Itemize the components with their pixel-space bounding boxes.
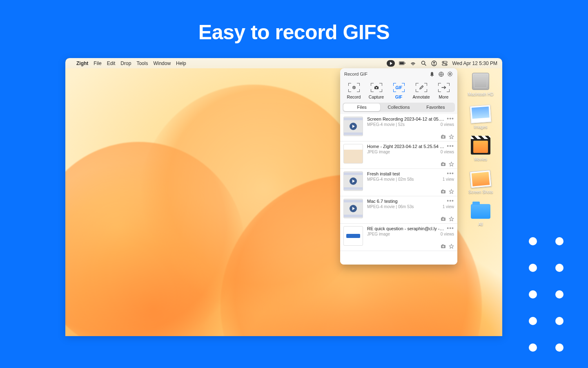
item-views: 1 view <box>443 177 454 182</box>
item-meta: MPEG-4 movie | 06m 53s <box>367 204 414 209</box>
thumbnail <box>343 117 363 136</box>
svg-rect-36 <box>442 217 443 218</box>
tab-favorites[interactable]: Favorites <box>417 103 454 111</box>
more-dots-icon[interactable]: ••• <box>447 199 454 203</box>
control-center-icon[interactable] <box>441 60 448 67</box>
svg-point-14 <box>449 73 451 75</box>
svg-rect-38 <box>442 245 443 245</box>
list-item[interactable]: Home - Zight 2023-04-12 at 5.25.54 PM•••… <box>340 141 457 169</box>
hero-title: Easy to record GIFS <box>0 0 588 44</box>
svg-rect-30 <box>442 135 443 136</box>
zight-menubar-icon[interactable] <box>387 60 395 67</box>
desktop-icon-all[interactable]: All <box>470 202 491 227</box>
item-views: 0 views <box>441 122 454 127</box>
star-icon[interactable] <box>448 134 454 139</box>
thumbnail <box>343 199 363 218</box>
star-icon[interactable] <box>448 216 454 222</box>
battery-icon[interactable] <box>399 60 405 67</box>
user-switch-icon[interactable] <box>431 60 437 67</box>
photo-stack-icon <box>470 105 492 123</box>
tab-files[interactable]: Files <box>343 103 380 111</box>
add-to-collection-icon[interactable] <box>440 134 446 139</box>
clapperboard-icon <box>471 138 490 155</box>
item-meta: MPEG-4 movie | 52s <box>367 122 405 127</box>
star-icon[interactable] <box>448 243 454 249</box>
menu-drop[interactable]: Drop <box>120 61 131 66</box>
screenshot-stack-icon <box>470 170 491 188</box>
item-meta: JPEG image <box>367 232 390 236</box>
add-to-collection-icon[interactable] <box>440 216 446 222</box>
item-name: Screen Recording 2023-04-12 at 05.28.50 … <box>367 117 445 121</box>
desktop-icon-images[interactable]: Images <box>470 105 491 130</box>
more-dots-icon[interactable]: ••• <box>447 144 454 148</box>
svg-marker-0 <box>390 62 392 65</box>
desktop-wallpaper: Macintosh HD Images Movies Screen Shots … <box>65 68 502 336</box>
svg-point-11 <box>445 64 446 65</box>
desktop-icon-screenshots[interactable]: Screen Shots <box>468 170 493 195</box>
item-name: Fresh install test <box>367 171 445 176</box>
star-icon[interactable] <box>448 188 454 194</box>
svg-line-22 <box>448 75 449 76</box>
menubar-app-name[interactable]: Zight <box>76 61 88 66</box>
notifications-icon[interactable] <box>429 71 435 77</box>
mac-desktop: Zight File Edit Drop Tools Window Help <box>65 58 502 336</box>
svg-line-20 <box>451 75 452 76</box>
svg-point-9 <box>443 61 444 62</box>
item-views: 0 views <box>441 150 454 154</box>
decoration-dots <box>529 237 564 352</box>
action-record[interactable]: Record <box>343 83 365 99</box>
folder-icon <box>471 204 490 219</box>
action-capture[interactable]: Capture <box>366 83 387 99</box>
desktop-icon-macintosh-hd[interactable]: Macintosh HD <box>468 72 494 97</box>
menu-tools[interactable]: Tools <box>136 61 148 66</box>
menu-file[interactable]: File <box>94 61 101 66</box>
more-dots-icon[interactable]: ••• <box>447 171 454 175</box>
star-icon[interactable] <box>448 161 454 167</box>
list-item[interactable]: Screen Recording 2023-04-12 at 05.28.50 … <box>340 114 457 141</box>
svg-rect-2 <box>405 63 405 64</box>
segmented-tabs: Files Collections Favorites <box>343 103 455 112</box>
more-dots-icon[interactable]: ••• <box>447 117 454 121</box>
thumbnail <box>343 171 363 191</box>
more-dots-icon[interactable]: ••• <box>447 226 454 230</box>
desktop-icons-column: Macintosh HD Images Movies Screen Shots … <box>463 72 498 227</box>
item-name: RE quick question - seraphin@cl.ly - Clo… <box>367 226 445 231</box>
add-to-collection-icon[interactable] <box>440 188 446 194</box>
add-to-collection-icon[interactable] <box>440 161 446 167</box>
desktop-icon-movies[interactable]: Movies <box>470 137 491 162</box>
svg-rect-34 <box>442 190 443 191</box>
gear-icon[interactable] <box>447 71 453 77</box>
globe-icon[interactable] <box>438 71 444 77</box>
item-name: Mac 6.7 testing <box>367 199 445 204</box>
menu-window[interactable]: Window <box>153 61 171 66</box>
svg-line-5 <box>424 64 426 66</box>
zight-panel: Record GIF Record <box>340 68 457 265</box>
panel-title: Record GIF <box>344 72 426 76</box>
menubar-datetime[interactable]: Wed Apr 12 5:30 PM <box>452 61 497 66</box>
action-gif[interactable]: GIF GIF <box>388 83 410 99</box>
tab-collections[interactable]: Collections <box>380 103 417 111</box>
svg-rect-32 <box>442 162 443 163</box>
menubar: Zight File Edit Drop Tools Window Help <box>65 58 502 68</box>
panel-header: Record GIF <box>340 68 457 80</box>
item-meta: JPEG image <box>367 150 390 154</box>
svg-line-19 <box>448 72 449 73</box>
item-meta: MPEG-4 movie | 02m 58s <box>367 177 414 182</box>
thumbnail <box>343 226 363 246</box>
spotlight-icon[interactable] <box>420 60 427 67</box>
list-item[interactable]: RE quick question - seraphin@cl.ly - Clo… <box>340 224 457 251</box>
menu-edit[interactable]: Edit <box>107 61 116 66</box>
list-item[interactable]: Mac 6.7 testing•••MPEG-4 movie | 06m 53s… <box>340 196 457 224</box>
file-list[interactable]: Screen Recording 2023-04-12 at 05.28.50 … <box>340 114 457 265</box>
item-views: 0 views <box>441 232 454 236</box>
wifi-icon[interactable] <box>410 60 416 67</box>
list-item[interactable]: Fresh install test•••MPEG-4 movie | 02m … <box>340 169 457 196</box>
hard-drive-icon <box>472 73 489 90</box>
action-row: Record Capture GIF GIF <box>340 80 457 103</box>
action-annotate[interactable]: Annotate <box>411 83 432 99</box>
action-more[interactable]: More <box>433 83 454 99</box>
add-to-collection-icon[interactable] <box>440 243 446 249</box>
thumbnail <box>343 144 363 164</box>
menu-help[interactable]: Help <box>176 61 186 66</box>
svg-line-21 <box>451 72 452 73</box>
